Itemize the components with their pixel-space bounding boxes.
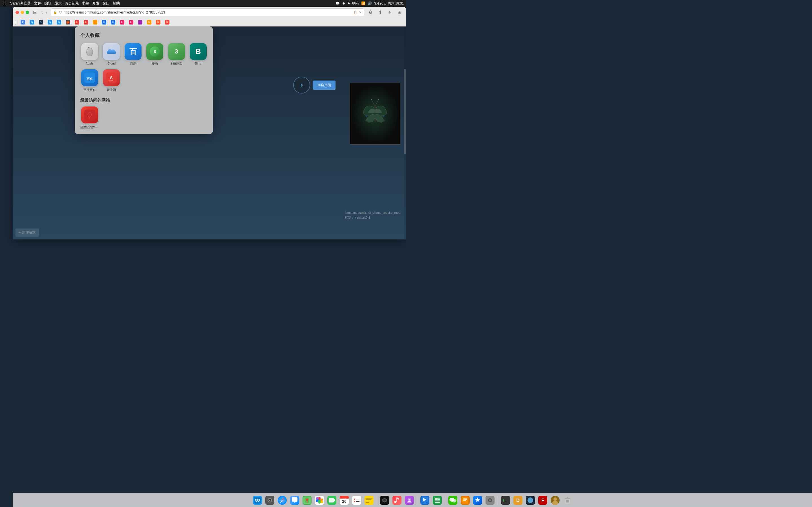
bookmark-cc2[interactable]: C (127, 19, 135, 25)
bookmark-steam[interactable]: S (37, 19, 45, 25)
bookmark-c2[interactable]: C (82, 19, 90, 25)
battery-icon: 86% (352, 1, 359, 5)
minimize-button[interactable] (20, 11, 24, 14)
forward-button[interactable]: › (45, 9, 48, 15)
fav-item-icloud[interactable]: iCloud (102, 43, 120, 66)
svg-point-14 (87, 48, 93, 56)
wechat-icon[interactable]: 💬 (336, 1, 340, 5)
menu-edit[interactable]: 编辑 (44, 1, 52, 6)
menu-bookmarks[interactable]: 书签 (82, 1, 89, 6)
bookmarks-bar: ⣿ 商 百 S 百 百 🍎 C C D D (13, 18, 406, 26)
close-icon[interactable]: ✕ (359, 10, 362, 14)
baidu-icon: 百 (124, 43, 142, 60)
menu-history[interactable]: 历史记录 (64, 1, 79, 6)
sogou-icon: S (146, 43, 163, 60)
fav-item-bing[interactable]: B Bing (189, 43, 207, 66)
bing-icon: B (190, 43, 207, 60)
scrollbar-thumb[interactable] (404, 69, 406, 154)
wing-pack-art (350, 83, 400, 144)
sidebar-toggle[interactable]: ⊞ (31, 10, 38, 15)
sogou-label: 搜狗 (152, 62, 158, 66)
datetime: 3月26日 周六 18:31 (374, 1, 404, 6)
apple-icon (81, 43, 98, 60)
java-icon (81, 107, 98, 123)
copy-icon[interactable]: 📋 (354, 10, 358, 14)
browser-chrome: ⊞ ‹ › 🔒 🛡 https://steamcommunity.com/sha… (13, 7, 406, 18)
bookmark-purple[interactable] (136, 19, 144, 25)
scrollbar[interactable] (404, 26, 406, 239)
grid-button[interactable]: ⊞ (395, 8, 403, 16)
bookmarks-grid-icon[interactable]: ⣿ (15, 20, 18, 24)
favorites-overlay: 个人收藏 (75, 26, 213, 134)
svg-point-8 (378, 99, 379, 100)
bookmark-baidu3[interactable]: 百 (55, 19, 63, 25)
app-name[interactable]: Safari浏览器 (10, 1, 31, 6)
svg-line-5 (371, 100, 374, 105)
shield-icon: 🛡 (59, 11, 62, 14)
menu-develop[interactable]: 开发 (92, 1, 100, 6)
svg-point-25 (88, 112, 91, 117)
bookmark-km[interactable]: K (154, 19, 162, 25)
address-actions: 📋 ✕ (354, 10, 362, 14)
fav-item-baidu-baike[interactable]: 百科 百度百科 (80, 69, 99, 92)
bookmark-d2[interactable]: D (109, 19, 117, 25)
sina-icon: S SINA (103, 69, 120, 86)
svg-text:S: S (153, 49, 156, 54)
menu-file[interactable]: 文件 (34, 1, 42, 6)
address-bar[interactable]: 🔒 🛡 https://steamcommunity.com/sharedfil… (51, 8, 364, 16)
bookmark-baidu2[interactable]: 百 (46, 19, 54, 25)
close-button[interactable] (15, 11, 19, 14)
nav-arrows: ‹ › (40, 9, 49, 15)
bookmark-cc1[interactable]: C (118, 19, 126, 25)
menu-items: 文件 编辑 显示 历史记录 书签 开发 窗口 帮助 (34, 1, 120, 6)
back-button[interactable]: ‹ (40, 9, 44, 15)
svg-point-10 (383, 116, 384, 117)
traffic-lights (15, 11, 29, 14)
page-content: S STEAM 商... 安装 Steam 登录 | 语言 ▼ 饥荒联机版 描述… (13, 26, 406, 239)
bookmark-baidu[interactable]: 百 (28, 19, 36, 25)
bookmark-k2[interactable]: K (163, 19, 171, 25)
maximize-button[interactable] (26, 11, 29, 14)
menubar-right: 💬 ⏺ A 86% 📶 🔊 3月26日 周六 18:31 (336, 1, 404, 6)
bookmark-k1[interactable]: K (145, 19, 153, 25)
menu-help[interactable]: 帮助 (112, 1, 120, 6)
freq-grid: Java Downloa... (80, 107, 207, 128)
baidu-baike-label: 百度百科 (84, 88, 96, 92)
add-game-button[interactable]: + 添加游戏 (15, 228, 39, 237)
wing-pack-image (350, 83, 400, 145)
fav-item-baidu[interactable]: 百 百度 (124, 43, 142, 66)
svg-point-11 (364, 120, 366, 121)
steam-store-icon: S (293, 76, 310, 94)
share-button[interactable]: ⬆ (376, 8, 384, 16)
shop-btn[interactable]: 商店页面 (313, 80, 336, 90)
fav-item-sina[interactable]: S SINA 新浪网 (102, 69, 120, 92)
bookmark-c1[interactable]: C (73, 19, 81, 25)
fav-item-apple[interactable]: Apple (80, 43, 99, 66)
svg-text:百科: 百科 (87, 77, 93, 80)
svg-point-9 (366, 116, 367, 117)
360-icon: 3 (168, 43, 185, 60)
bookmark-d1[interactable]: D (100, 19, 108, 25)
tags-section: item, art, tweak, all_clients_require_mo… (345, 211, 400, 220)
menubar: ⌘ Safari浏览器 文件 编辑 显示 历史记录 书签 开发 窗口 帮助 💬 … (0, 0, 406, 7)
svg-point-12 (384, 120, 386, 121)
screen-record-icon[interactable]: ⏺ (342, 1, 345, 5)
bookmark-orange[interactable] (91, 19, 99, 25)
fav-item-360[interactable]: 3 360搜索 (167, 43, 186, 66)
add-game-label: 添加游戏 (22, 230, 36, 235)
url-text[interactable]: https://steamcommunity.com/sharedfiles/f… (64, 10, 352, 14)
apple-menu[interactable]: ⌘ (2, 1, 7, 6)
settings-button[interactable]: ⚙ (366, 8, 374, 16)
bookmark-apple[interactable]: 🍎 (64, 19, 72, 25)
favorites-title: 个人收藏 (80, 32, 207, 39)
fav-item-sogou[interactable]: S 搜狗 (146, 43, 164, 66)
bookmark-item[interactable]: 商 (19, 19, 27, 25)
menu-view[interactable]: 显示 (54, 1, 62, 6)
privacy-text[interactable]: 隐私报告 (80, 125, 94, 130)
tags-text: item, art, tweak, all_clients_require_mo… (345, 211, 400, 214)
new-tab-button[interactable]: + (386, 8, 394, 16)
apple-label: Apple (86, 62, 93, 65)
butterfly-svg (361, 97, 389, 131)
wifi-icon: 📶 (361, 1, 365, 5)
menu-window[interactable]: 窗口 (102, 1, 110, 6)
